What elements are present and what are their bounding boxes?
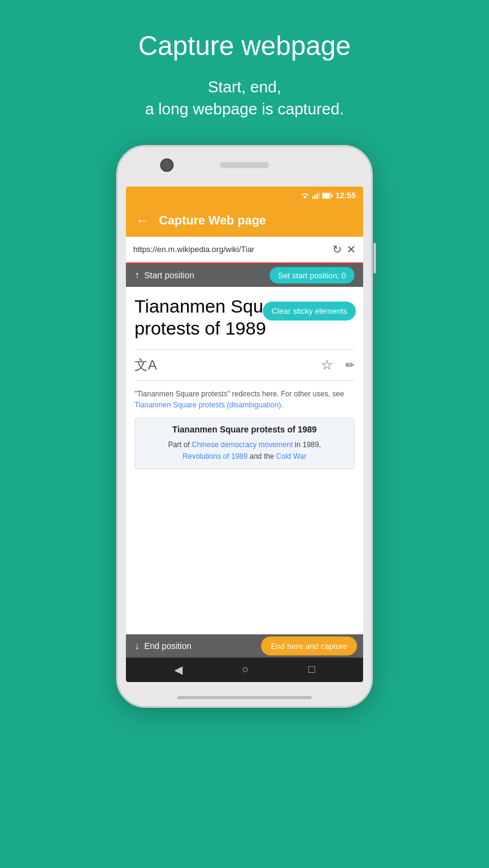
- status-icons: 12:55: [300, 191, 356, 200]
- infobox-text3: and the: [248, 452, 276, 461]
- infobox-text2: in 1989,: [293, 440, 321, 449]
- bookmark-icon[interactable]: ☆: [321, 357, 333, 373]
- status-time: 12:55: [336, 191, 356, 200]
- translate-icon[interactable]: 文A: [134, 356, 157, 374]
- close-button[interactable]: ✕: [347, 243, 356, 256]
- set-start-position-button[interactable]: Set start position: 0: [270, 267, 355, 283]
- side-button: [373, 243, 376, 273]
- wiki-actions-bar: 文A ☆ ✏: [134, 349, 355, 381]
- wiki-content-area: Clear sticky elements Tiananmen Squ prot…: [126, 287, 363, 634]
- reload-button[interactable]: ↻: [333, 243, 342, 256]
- end-here-capture-button[interactable]: End here and capture: [261, 636, 357, 655]
- redirect-notice: "Tiananmen Square protests" redirects he…: [134, 388, 355, 410]
- camera-icon: [160, 158, 174, 172]
- svg-marker-0: [303, 196, 307, 199]
- start-arrow-icon: ↑: [134, 270, 139, 281]
- phone-mockup: 12:55 ← Capture Web page https://en.m.wi…: [116, 145, 373, 708]
- back-button[interactable]: ←: [136, 213, 149, 229]
- nav-home-button[interactable]: ○: [242, 663, 249, 676]
- home-bar: [177, 696, 312, 699]
- app-toolbar: ← Capture Web page: [126, 205, 363, 237]
- svg-rect-7: [331, 195, 333, 196]
- wiki-title: Tiananmen Squ protests of 1989: [134, 295, 287, 339]
- phone-screen: 12:55 ← Capture Web page https://en.m.wi…: [126, 187, 363, 682]
- start-position-bar: ↑ Start position Set start position: 0: [126, 264, 363, 287]
- infobox-link1[interactable]: Chinese democracy movement: [192, 440, 293, 449]
- svg-rect-1: [312, 196, 314, 199]
- nav-recents-button[interactable]: □: [308, 663, 315, 676]
- svg-rect-2: [314, 195, 315, 199]
- subtitle-line2: a long webpage is captured.: [145, 100, 344, 118]
- end-position-bar: ↓ End position End here and capture: [126, 634, 363, 658]
- infobox-link2[interactable]: Revolutions of 1989: [183, 452, 248, 461]
- redirect-link[interactable]: Tiananmen Square protests (disambiguatio…: [134, 401, 283, 409]
- subtitle-line1: Start, end,: [208, 78, 281, 96]
- infobox-link3[interactable]: Cold War: [276, 452, 307, 461]
- wiki-article: Clear sticky elements Tiananmen Squ prot…: [126, 287, 363, 634]
- end-position-label: End position: [144, 641, 191, 651]
- infobox-title: Tiananmen Square protests of 1989: [144, 425, 345, 434]
- status-bar: 12:55: [126, 187, 363, 205]
- redirect-text-prefix: "Tiananmen Square protests" redirects he…: [134, 390, 344, 398]
- battery-icon: [322, 192, 333, 199]
- url-text[interactable]: https://en.m.wikipedia.org/wiki/Tiar: [133, 245, 328, 254]
- infobox-text1: Part of: [168, 440, 192, 449]
- nav-back-button[interactable]: ◀: [174, 663, 183, 677]
- signal-icon: [312, 192, 320, 199]
- start-position-label: Start position: [144, 270, 194, 280]
- wiki-infobox: Tiananmen Square protests of 1989 Part o…: [134, 418, 355, 469]
- svg-rect-4: [318, 193, 320, 199]
- svg-rect-3: [317, 193, 318, 199]
- wifi-icon: [300, 192, 310, 199]
- page-subtitle: Start, end, a long webpage is captured.: [145, 76, 344, 121]
- end-arrow-icon: ↓: [134, 640, 139, 651]
- svg-rect-6: [323, 194, 329, 198]
- edit-icon[interactable]: ✏: [345, 358, 355, 372]
- url-bar: https://en.m.wikipedia.org/wiki/Tiar ↻ ✕: [126, 237, 363, 264]
- speaker: [220, 162, 269, 168]
- clear-sticky-elements-button[interactable]: Clear sticky elements: [263, 302, 356, 321]
- toolbar-title: Capture Web page: [159, 213, 353, 228]
- phone-nav-bar: ◀ ○ □: [126, 658, 363, 682]
- infobox-content: Part of Chinese democracy movement in 19…: [144, 439, 345, 462]
- page-title: Capture webpage: [138, 31, 350, 61]
